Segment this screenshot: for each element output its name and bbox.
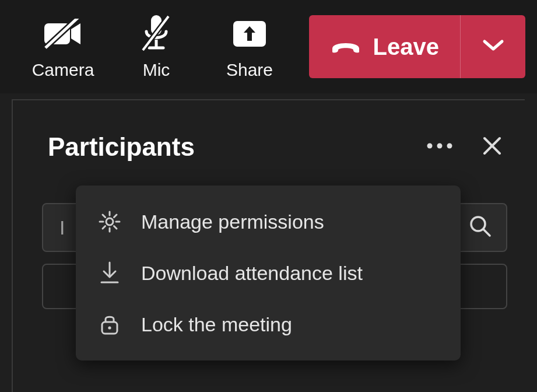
svg-point-11	[447, 144, 452, 149]
search-button[interactable]	[454, 203, 507, 252]
leave-label: Leave	[373, 34, 439, 60]
chevron-down-icon	[482, 38, 505, 55]
svg-line-21	[103, 215, 106, 218]
menu-item-lock-meeting[interactable]: Lock the meeting	[76, 299, 461, 350]
svg-line-22	[114, 226, 117, 229]
close-panel-button[interactable]	[477, 132, 507, 162]
share-button[interactable]: Share	[203, 0, 296, 93]
svg-line-23	[114, 215, 117, 218]
menu-item-manage-permissions[interactable]: Manage permissions	[76, 196, 461, 247]
svg-line-24	[103, 226, 106, 229]
leave-button[interactable]: Leave	[309, 15, 460, 78]
menu-item-label: Lock the meeting	[141, 313, 292, 336]
mic-off-icon	[139, 13, 173, 54]
menu-item-label: Download attendance list	[141, 262, 363, 285]
gear-icon	[97, 211, 122, 233]
call-toolbar: Camera Mic Share	[0, 0, 537, 93]
svg-line-15	[483, 229, 490, 236]
panel-title: Participants	[48, 132, 424, 162]
search-icon	[468, 214, 493, 241]
leave-button-group: Leave	[309, 15, 525, 78]
camera-button[interactable]: Camera	[16, 0, 110, 93]
share-screen-icon	[232, 13, 267, 54]
hangup-icon	[330, 37, 361, 57]
lock-icon	[97, 313, 122, 336]
participants-panel: Participants	[12, 99, 525, 392]
svg-point-28	[108, 326, 111, 329]
more-horizontal-icon	[426, 142, 454, 152]
more-options-button[interactable]	[424, 132, 455, 162]
svg-point-10	[437, 144, 443, 149]
camera-label: Camera	[32, 60, 94, 80]
svg-point-9	[427, 144, 433, 149]
camera-off-icon	[42, 13, 84, 54]
participants-context-menu: Manage permissions Download attendance l…	[76, 186, 461, 360]
panel-header: Participants	[13, 124, 525, 170]
mic-button[interactable]: Mic	[110, 0, 203, 93]
download-icon	[97, 261, 122, 285]
panel-actions	[424, 132, 507, 162]
menu-item-download-attendance[interactable]: Download attendance list	[76, 247, 461, 299]
menu-item-label: Manage permissions	[141, 211, 324, 233]
close-icon	[482, 135, 503, 159]
invite-input-text: I	[59, 216, 65, 239]
leave-options-button[interactable]	[460, 15, 525, 78]
svg-point-16	[106, 218, 113, 225]
share-label: Share	[226, 60, 273, 80]
mic-label: Mic	[143, 60, 170, 80]
